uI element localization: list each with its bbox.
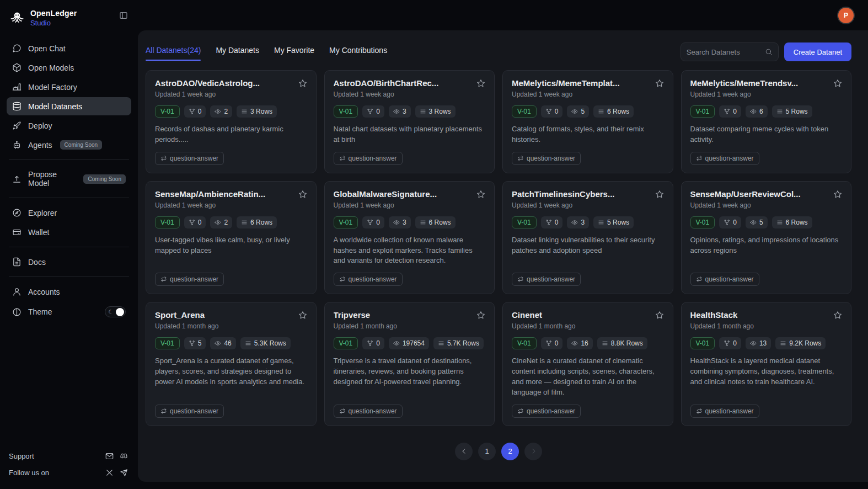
create-datanet-button[interactable]: Create Datanet <box>784 42 851 61</box>
sidebar-item-label: Deploy <box>28 121 52 130</box>
agents-icon <box>12 140 22 150</box>
sidebar-item-docs[interactable]: Docs <box>7 253 131 271</box>
card-stats: V-01 0 13 9.2K Rows <box>690 337 843 349</box>
tag-label: question-answer <box>349 155 397 162</box>
datanet-card-healthstack[interactable]: HealthStack Updated 1 month ago V-01 0 1… <box>681 302 852 426</box>
search-box <box>681 42 779 61</box>
sidebar-item-propose-model[interactable]: Propose Model Coming Soon <box>7 166 131 192</box>
sidebar-item-wallet[interactable]: Wallet <box>7 223 131 241</box>
question-answer-icon <box>696 276 703 283</box>
star-icon[interactable] <box>833 190 842 199</box>
chevron-right-icon <box>530 448 537 455</box>
star-icon[interactable] <box>476 311 485 320</box>
sidebar-item-model-factory[interactable]: Model Factory <box>7 78 131 96</box>
sidebar-item-accounts[interactable]: Accounts <box>7 283 131 301</box>
stat-value: 5 <box>581 108 585 115</box>
sidebar-item-open-chat[interactable]: Open Chat <box>7 39 131 57</box>
eye-icon <box>750 340 757 347</box>
datanet-card-tripverse[interactable]: Tripverse Updated 1 month ago V-01 0 197… <box>324 302 495 426</box>
sidebar-item-theme[interactable]: Theme ☾ <box>7 302 131 322</box>
sidebar-item-explorer[interactable]: Explorer <box>7 204 131 222</box>
star-icon[interactable] <box>655 311 664 320</box>
datanet-card-astrodao-vedicastrolog[interactable]: AstroDAO/VedicAstrolog... Updated 1 week… <box>146 70 317 173</box>
sidebar-nav: Open Chat Open Models Model Factory Mo <box>0 31 138 437</box>
star-icon[interactable] <box>655 190 664 199</box>
support-label[interactable]: Support <box>9 452 34 460</box>
datanet-card-astrodao-birthchartrec[interactable]: AstroDAO/BirthChartRec... Updated 1 week… <box>324 70 495 173</box>
moon-icon: ☾ <box>108 309 114 315</box>
stat-value: 0 <box>376 339 380 347</box>
sidebar-item-deploy[interactable]: Deploy <box>7 116 131 135</box>
fork-icon <box>367 219 373 226</box>
sidebar: OpenLedger Studio Open Chat Open Models <box>0 0 138 489</box>
page-button-1[interactable]: 1 <box>478 443 496 460</box>
rows-icon <box>241 219 248 226</box>
star-icon[interactable] <box>298 311 307 320</box>
datanet-card-sensemap-userreviewcol[interactable]: SenseMap/UserReviewCol... Updated 1 week… <box>681 181 852 295</box>
page-number: 1 <box>485 447 489 455</box>
rows-stat: 8.8K Rows <box>597 337 647 349</box>
question-answer-icon <box>696 155 703 162</box>
star-icon[interactable] <box>298 79 307 88</box>
tag-label: question-answer <box>170 275 218 283</box>
sidebar-collapse-icon[interactable] <box>119 11 128 20</box>
sidebar-item-label: Open Chat <box>28 44 66 53</box>
tab-label: My Favorite <box>274 46 314 55</box>
datanet-card-memelytics-memetemplat[interactable]: MeMelytics/MemeTemplat... Updated 1 week… <box>502 70 673 173</box>
star-icon[interactable] <box>655 79 664 88</box>
x-icon[interactable] <box>105 469 114 477</box>
datanet-card-memelytics-memetrendsv[interactable]: MeMelytics/MemeTrendsv... Updated 1 week… <box>681 70 852 173</box>
card-updated: Updated 1 week ago <box>512 91 664 98</box>
stat-value: 5 Rows <box>607 219 629 226</box>
next-page-button[interactable] <box>524 443 542 460</box>
datanet-card-patchtimelinesincybers[interactable]: PatchTimelinesinCybers... Updated 1 week… <box>502 181 673 295</box>
stat-value: 6 <box>759 108 763 115</box>
tab-my-datanets[interactable]: My Datanets <box>216 46 259 61</box>
card-stats: V-01 0 3 6 Rows <box>334 216 486 228</box>
discord-icon[interactable] <box>120 452 128 460</box>
datanet-card-sensemap-ambienceratin[interactable]: SenseMap/AmbienceRatin... Updated 1 week… <box>146 181 317 295</box>
star-icon[interactable] <box>476 190 485 199</box>
star-icon[interactable] <box>476 79 485 88</box>
telegram-icon[interactable] <box>120 469 128 477</box>
card-title: Sport_Arena <box>155 310 293 320</box>
question-answer-icon <box>160 155 167 162</box>
star-icon[interactable] <box>298 190 307 199</box>
star-icon[interactable] <box>833 79 842 88</box>
datanet-card-globalmalwaresignature[interactable]: GlobalMalwareSignature... Updated 1 week… <box>324 181 495 295</box>
follow-label: Follow us on <box>9 469 49 477</box>
rows-icon <box>245 340 251 347</box>
version-badge: V-01 <box>690 337 715 349</box>
mail-icon[interactable] <box>105 452 114 460</box>
prev-page-button[interactable] <box>455 443 473 460</box>
tab-my-favorite[interactable]: My Favorite <box>274 46 314 61</box>
divider <box>9 160 129 160</box>
card-description: Tripverse is a travel datanet of destina… <box>334 356 486 397</box>
card-description: Dataset comparing meme cycles with token… <box>690 124 843 145</box>
sidebar-footer: Support Follow us on <box>0 437 138 489</box>
pagination: 1 2 <box>146 443 851 460</box>
card-tag: question-answer <box>334 152 403 165</box>
tab-all-datanets-24[interactable]: All Datanets(24) <box>146 46 201 61</box>
rows-stat: 6 Rows <box>772 216 812 228</box>
fork-icon <box>545 108 552 115</box>
avatar[interactable]: P <box>838 8 854 23</box>
sidebar-item-open-models[interactable]: Open Models <box>7 59 131 77</box>
stat-value: 0 <box>198 108 202 115</box>
rows-stat: 6 Rows <box>237 216 277 228</box>
views-stat: 16 <box>567 337 592 349</box>
search-input[interactable] <box>687 48 765 56</box>
sidebar-item-agents[interactable]: Agents Coming Soon <box>7 136 131 154</box>
eye-icon <box>571 219 578 226</box>
page-button-2[interactable]: 2 <box>501 443 519 460</box>
stat-value: 2 <box>224 108 228 115</box>
datanet-card-sport-arena[interactable]: Sport_Arena Updated 1 month ago V-01 5 4… <box>146 302 317 426</box>
app-title: OpenLedger <box>30 9 77 18</box>
datanet-card-cinenet[interactable]: Cinenet Updated 1 month ago V-01 0 16 8.… <box>502 302 673 426</box>
tab-my-contributions[interactable]: My Contributions <box>329 46 387 61</box>
datanets-icon <box>12 102 22 111</box>
views-stat: 197654 <box>389 337 429 349</box>
sidebar-item-model-datanets[interactable]: Model Datanets <box>7 97 131 115</box>
star-icon[interactable] <box>833 311 842 320</box>
theme-toggle[interactable]: ☾ <box>105 306 126 317</box>
